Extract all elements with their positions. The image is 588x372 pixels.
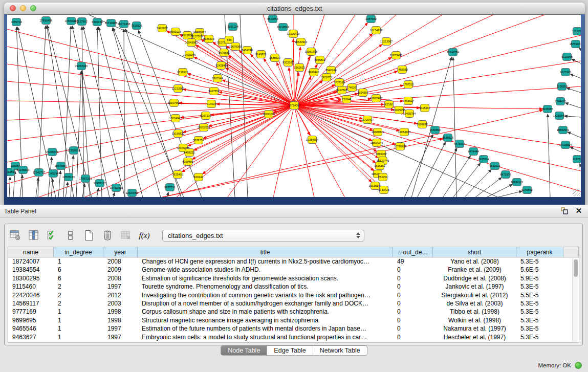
graph-node-12325413[interactable]: 12325413	[287, 30, 299, 38]
citation-edge-black[interactable]	[564, 116, 581, 117]
graph-node-74626[interactable]: 74626	[348, 84, 357, 92]
graph-node-2718126[interactable]: 2718126	[177, 69, 188, 76]
cell-in_degree[interactable]: 1	[54, 316, 103, 324]
graph-node-9245652[interactable]: 9245652	[521, 186, 532, 194]
table-row[interactable]: 1938455462009Genome-wide association stu…	[8, 266, 579, 274]
citation-edge-red[interactable]	[294, 35, 581, 105]
citation-edge-black[interactable]	[570, 74, 581, 78]
cell-out_de[interactable]: 0	[393, 324, 433, 333]
graph-node-9242845[interactable]: 9242845	[215, 62, 226, 70]
graph-node-15751074[interactable]: 15751074	[570, 40, 581, 48]
cell-year[interactable]: 2003	[103, 299, 138, 308]
citation-edge-red[interactable]	[294, 105, 376, 163]
cell-pagerank[interactable]: 5.3E-5	[516, 282, 563, 291]
table-scrollbar[interactable]	[572, 258, 578, 342]
graph-node-30975887[interactable]: 30975887	[55, 162, 67, 170]
graph-node-6466160[interactable]: 6466160	[92, 18, 102, 26]
cell-year[interactable]: 1997	[103, 324, 138, 333]
network-canvas[interactable]: 4055714276914061065328715276026466160107…	[7, 14, 581, 197]
graph-node-7463822[interactable]: 7463822	[157, 25, 167, 32]
cell-out_de[interactable]: 0	[393, 308, 433, 316]
citation-edge-red[interactable]	[294, 15, 545, 105]
graph-node-9427552[interactable]: 9427552	[208, 87, 219, 95]
graph-node-22420046[interactable]: 22420046	[183, 51, 195, 59]
tab-network-table[interactable]: Network Table	[313, 346, 367, 355]
citation-edge-black[interactable]	[496, 191, 522, 197]
cell-name[interactable]: 22420046	[8, 291, 54, 299]
column-header-name[interactable]: name	[8, 247, 54, 257]
graph-node-17359928[interactable]: 17359928	[68, 147, 80, 155]
cell-title[interactable]: Estimation of significance thresholds fo…	[138, 274, 393, 282]
cell-short[interactable]: Franke et al. (2009)	[433, 266, 516, 274]
delete-column-icon[interactable]	[101, 229, 114, 242]
graph-node-16640910[interactable]: 16640910	[295, 38, 307, 46]
citation-edge-black[interactable]	[240, 15, 248, 197]
graph-node-12213967[interactable]: 12213967	[380, 38, 393, 46]
table-selector-dropdown[interactable]: citations_edges.txt	[162, 230, 364, 242]
cell-year[interactable]: 2008	[103, 257, 138, 266]
citation-edge-black[interactable]	[453, 57, 456, 197]
citation-edge-red[interactable]	[7, 47, 294, 105]
cell-out_de[interactable]: 0	[393, 274, 433, 282]
cell-year[interactable]: 1997	[103, 333, 138, 341]
citation-edge-black[interactable]	[429, 148, 457, 197]
cell-year[interactable]: 2009	[103, 266, 138, 274]
graph-node-1145194[interactable]: 1145194	[48, 170, 58, 178]
cell-out_de[interactable]: 0	[393, 299, 433, 308]
graph-node-19495784[interactable]: 19495784	[403, 110, 416, 118]
column-header-short[interactable]: short	[433, 247, 516, 257]
graph-node-93159[interactable]: 93159	[7, 168, 15, 176]
table-row[interactable]: 1456911722003Disruption of a novel membe…	[8, 299, 579, 308]
cell-title[interactable]: Genome-wide association studies in ADHD.	[138, 266, 393, 274]
graph-node-5878354[interactable]: 5878354	[193, 137, 204, 144]
cell-short[interactable]: de Silva et al. (2003)	[433, 299, 516, 308]
citation-edge-black[interactable]	[568, 132, 581, 138]
graph-node-16961758[interactable]: 16961758	[305, 48, 317, 56]
citation-edge-black[interactable]	[417, 142, 445, 197]
graph-node-9227343[interactable]: 9227343	[560, 69, 571, 76]
graph-node-19218506[interactable]: 19218506	[277, 24, 289, 31]
citation-edge-red[interactable]	[7, 105, 294, 141]
graph-node-8186323[interactable]: 8186323	[203, 35, 214, 43]
cell-year[interactable]: 2012	[103, 291, 138, 299]
cell-name[interactable]: 9699695	[8, 316, 54, 324]
graph-node-1588520[interactable]: 1588520	[269, 54, 280, 62]
citation-edge-black[interactable]	[82, 27, 84, 197]
cell-short[interactable]: Hescheler et al. (1997)	[433, 333, 516, 341]
graph-node-14353594[interactable]: 14353594	[198, 124, 210, 132]
graph-node-16154838[interactable]: 16154838	[370, 27, 382, 34]
new-column-icon[interactable]	[82, 229, 96, 242]
cell-pagerank[interactable]: 5.3E-5	[516, 324, 563, 333]
graph-node-8215955[interactable]: 8215955	[542, 105, 553, 113]
graph-node-1797515[interactable]: 1797515	[403, 81, 413, 89]
close-panel-icon[interactable]: ✕	[575, 207, 583, 215]
cell-pagerank[interactable]: 5.9E-5	[516, 274, 563, 282]
graph-node-1640954[interactable]: 1640954	[429, 126, 440, 134]
citation-edge-black[interactable]	[58, 171, 60, 197]
cell-pagerank[interactable]: 5.5E-5	[516, 291, 563, 299]
column-header-in_degree[interactable]: in_degree	[54, 247, 103, 257]
delete-table-icon[interactable]	[119, 229, 133, 242]
cell-year[interactable]: 2008	[103, 274, 138, 282]
citation-edge-black[interactable]	[9, 177, 10, 197]
graph-node-9777169[interactable]: 9777169	[334, 79, 344, 86]
graph-node-1527602[interactable]: 1527602	[76, 18, 87, 26]
cell-pagerank[interactable]: 5.3E-5	[516, 308, 563, 316]
graph-node-10107552[interactable]: 10107552	[168, 99, 180, 107]
graph-node-3024554[interactable]: 3024554	[357, 89, 368, 97]
graph-node-21053346[interactable]: 21053346	[75, 62, 88, 70]
graph-node-10958107[interactable]: 10958107	[94, 180, 106, 187]
citation-edge-black[interactable]	[565, 103, 581, 108]
citation-edge-black[interactable]	[579, 48, 581, 50]
graph-node-10807487[interactable]: 10807487	[370, 95, 382, 102]
graph-node-233644[interactable]: 233644	[342, 96, 351, 103]
graph-node-8813054[interactable]: 8813054	[267, 15, 278, 23]
citation-edge-black[interactable]	[464, 169, 491, 197]
graph-node-18807249[interactable]: 18807249	[371, 139, 383, 147]
cell-in_degree[interactable]: 1	[54, 333, 103, 341]
graph-node-1209358[interactable]: 1209358	[556, 83, 567, 91]
cell-short[interactable]: Tibbo et al. (1998)	[433, 308, 516, 316]
graph-node-27691406[interactable]: 27691406	[40, 17, 52, 25]
cell-short[interactable]: Dudbridge et al. (2008)	[433, 274, 516, 282]
graph-node-169144[interactable]: 169144	[194, 173, 203, 181]
